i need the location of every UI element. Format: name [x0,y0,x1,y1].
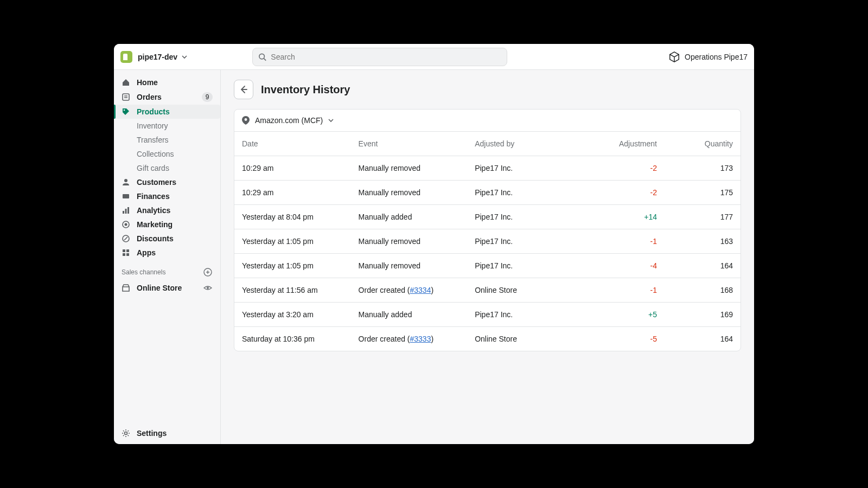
chevron-down-icon [328,118,334,123]
cell-event: Manually removed [351,156,468,181]
page-title: Inventory History [261,84,350,96]
svg-rect-18 [126,253,129,256]
svg-rect-16 [126,249,129,252]
svg-point-0 [259,54,264,59]
order-link[interactable]: #3334 [410,286,431,294]
sidebar-sub-gift-cards[interactable]: Gift cards [114,161,220,175]
cell-adjustment: -1 [589,229,665,254]
cell-adjusted-by: Pipe17 Inc. [467,156,589,181]
orders-badge: 9 [202,92,213,102]
table-row: Yesterday at 1:05 pmManually removedPipe… [234,229,741,254]
sales-channels-heading: Sales channels [114,260,220,280]
cell-date: 10:29 am [234,181,351,205]
sidebar-item-apps[interactable]: Apps [114,246,220,260]
history-table: Date Event Adjusted by Adjustment Quanti… [234,132,741,351]
sidebar-item-discounts[interactable]: Discounts [114,232,220,246]
back-button[interactable] [234,80,253,99]
col-quantity: Quantity [665,132,741,156]
store-switcher[interactable]: pipe17-dev [138,53,187,61]
apps-icon [122,248,130,257]
sidebar-item-marketing[interactable]: Marketing [114,217,220,232]
cell-adjustment: +5 [589,303,665,327]
order-link[interactable]: #3333 [410,335,431,343]
cell-adjusted-by: Pipe17 Inc. [467,229,589,254]
orders-icon [122,93,130,101]
store-icon [122,284,130,292]
cell-quantity: 169 [665,303,741,327]
sidebar-item-settings[interactable]: Settings [114,426,220,444]
table-row: Yesterday at 11:56 amOrder created (#333… [234,278,741,303]
search-input[interactable] [271,53,501,61]
sidebar-sub-inventory[interactable]: Inventory [114,119,220,133]
table-row: Yesterday at 8:04 pmManually addedPipe17… [234,205,741,229]
sidebar-item-home[interactable]: Home [114,75,220,89]
section-label: Sales channels [122,268,165,276]
sub-label: Gift cards [137,164,169,172]
search-icon [258,53,266,61]
cell-date: Yesterday at 8:04 pm [234,205,351,229]
add-channel-button[interactable] [203,267,213,277]
cell-adjusted-by: Online Store [467,278,589,303]
target-icon [122,220,130,229]
cell-quantity: 173 [665,156,741,181]
history-card: Amazon.com (MCF) Date Event Adjusted by … [234,109,741,351]
sidebar-sub-transfers[interactable]: Transfers [114,133,220,147]
cell-quantity: 175 [665,181,741,205]
cell-quantity: 164 [665,327,741,351]
account-menu[interactable]: Operations Pipe17 [668,51,748,63]
arrow-left-icon [239,85,248,94]
view-store-button[interactable] [203,283,213,293]
svg-rect-9 [125,209,127,214]
location-selector[interactable]: Amazon.com (MCF) [234,110,741,132]
cell-adjustment: -1 [589,278,665,303]
table-header-row: Date Event Adjusted by Adjustment Quanti… [234,132,741,156]
shopify-logo-icon [120,51,132,63]
sidebar-label: Finances [137,192,170,201]
cell-date: Yesterday at 3:20 am [234,303,351,327]
table-row: Yesterday at 1:05 pmManually removedPipe… [234,254,741,278]
sidebar-item-products[interactable]: Products [114,105,220,119]
cell-adjusted-by: Pipe17 Inc. [467,181,589,205]
cell-adjustment: +14 [589,205,665,229]
table-row: 10:29 amManually removedPipe17 Inc.-2173 [234,156,741,181]
svg-point-6 [124,179,127,182]
sidebar-label: Home [137,78,158,87]
sidebar-item-online-store[interactable]: Online Store [114,280,220,296]
sidebar-sub-collections[interactable]: Collections [114,147,220,161]
sub-label: Inventory [137,121,168,130]
sidebar-item-orders[interactable]: Orders 9 [114,89,220,105]
sidebar-label: Analytics [137,206,170,215]
cell-event: Manually added [351,205,468,229]
svg-point-5 [124,110,125,111]
person-icon [122,178,130,187]
col-date: Date [234,132,351,156]
cell-date: Yesterday at 1:05 pm [234,254,351,278]
svg-rect-2 [123,94,129,100]
sidebar-label: Orders [137,93,162,101]
table-row: Yesterday at 3:20 amManually addedPipe17… [234,303,741,327]
svg-point-23 [125,432,127,435]
cell-quantity: 164 [665,254,741,278]
col-event: Event [351,132,468,156]
store-name-label: pipe17-dev [138,53,177,61]
svg-rect-7 [123,194,129,198]
cell-adjusted-by: Pipe17 Inc. [467,205,589,229]
sidebar-label: Settings [137,429,167,438]
sidebar-item-finances[interactable]: Finances [114,189,220,203]
svg-point-22 [207,287,209,289]
sidebar-item-customers[interactable]: Customers [114,175,220,189]
cell-adjustment: -4 [589,254,665,278]
col-adjusted-by: Adjusted by [467,132,589,156]
cell-adjustment: -2 [589,156,665,181]
sidebar: Home Orders 9 Products Inventory Transfe… [114,70,221,444]
cube-icon [668,51,680,63]
app-frame: pipe17-dev Operations Pipe17 Home Orders… [114,44,754,444]
gear-icon [122,429,130,438]
sidebar-label: Online Store [137,284,182,292]
global-search[interactable] [252,48,507,66]
sidebar-label: Marketing [137,220,173,229]
sidebar-item-analytics[interactable]: Analytics [114,203,220,217]
sidebar-label: Customers [137,178,176,187]
cell-event: Manually removed [351,181,468,205]
discount-icon [122,234,130,243]
